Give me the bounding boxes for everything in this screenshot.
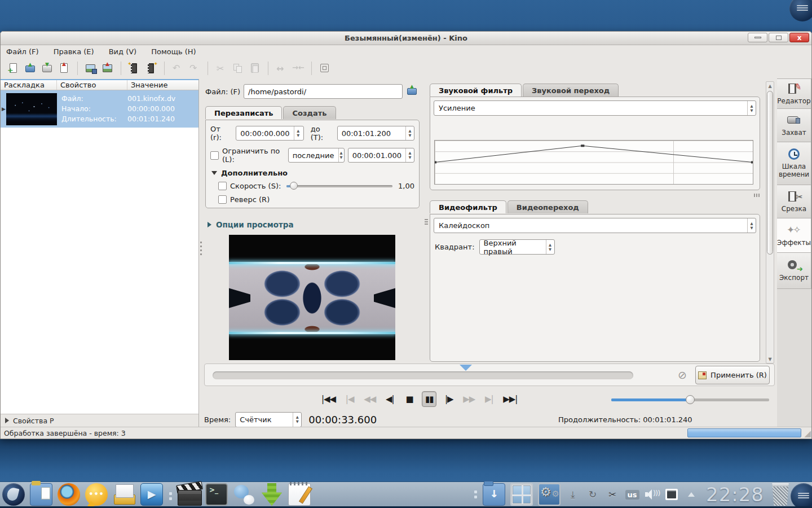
trim-marker-icon[interactable]	[460, 365, 472, 371]
speed-checkbox[interactable]	[218, 182, 227, 190]
column-value[interactable]: Значение	[127, 80, 198, 90]
workspace-switcher-icon[interactable]	[510, 483, 533, 506]
effects-scrollbar[interactable]: ▲ ▼	[766, 81, 774, 364]
spinner-icon[interactable]: ▲▼	[338, 148, 344, 162]
gain-envelope-graph[interactable]	[434, 140, 753, 185]
tab-audio-transition[interactable]: Звуковой переход	[523, 84, 619, 97]
file-manager-icon[interactable]	[30, 483, 52, 506]
spinner-icon[interactable]: ▲▼	[294, 126, 302, 140]
trim-groove[interactable]	[213, 371, 633, 379]
audio-video-splitter[interactable]	[430, 192, 760, 198]
screenshot-tray-icon[interactable]	[664, 487, 679, 502]
reverse-checkbox[interactable]	[218, 195, 227, 204]
to-spinbox[interactable]: 00:01:01.200▲▼	[337, 126, 414, 141]
slider-knob[interactable]	[290, 182, 298, 190]
tab-overwrite[interactable]: Перезаписать	[205, 106, 282, 119]
titlebar[interactable]: Безымянный(изменён) - Kino x	[1, 32, 811, 45]
scroll-down-icon[interactable]: ▼	[766, 355, 774, 363]
settings-icon[interactable]	[538, 483, 561, 506]
advanced-expander[interactable]: Дополнительно	[211, 169, 414, 177]
terminal-icon[interactable]	[205, 483, 228, 506]
panel-splitter[interactable]	[199, 79, 203, 427]
skip-to-end-button[interactable]: ▶▶|	[501, 391, 519, 407]
audio-filter-combo[interactable]: Усиление ▲▼	[434, 100, 756, 116]
spinner-icon[interactable]: ▲▼	[405, 126, 414, 140]
clip-row[interactable]: ▶ Файл: Начало: Длительность: 001.kinofx…	[1, 90, 198, 128]
keyboard-layout-indicator[interactable]: us	[625, 487, 639, 502]
menu-file[interactable]: Файл (F)	[6, 47, 39, 56]
row-expander-icon[interactable]: ▶	[1, 106, 6, 112]
spinner-icon[interactable]: ▲▼	[747, 218, 756, 233]
limit-mode-combo[interactable]: последние▲▼	[288, 148, 345, 163]
pause-button[interactable]: ▮▮	[422, 391, 436, 407]
quadrant-combo[interactable]: Верхний правый ▲▼	[479, 239, 555, 255]
skip-to-start-button[interactable]: |◀◀	[320, 391, 337, 407]
capture-frame-button[interactable]	[316, 60, 333, 76]
chat-icon[interactable]	[85, 483, 108, 506]
scrollbar-thumb[interactable]	[767, 91, 773, 255]
stop-button[interactable]: ■	[402, 391, 417, 407]
apply-button[interactable]: Применить (R)	[695, 366, 770, 384]
tray-download-icon[interactable]: ⤓	[566, 487, 580, 502]
close-button[interactable]: x	[789, 33, 809, 42]
menu-edit[interactable]: Правка (E)	[54, 47, 94, 56]
position-slider[interactable]	[611, 395, 769, 404]
frame-forward-button[interactable]: |▶	[442, 391, 456, 407]
column-layout[interactable]: Раскладка	[1, 80, 57, 90]
menu-view[interactable]: Вид (V)	[109, 47, 137, 56]
limit-value-spinbox[interactable]: 00:00:01.000▲▼	[348, 148, 414, 163]
spinner-icon[interactable]: ▲▼	[747, 101, 756, 115]
tab-audio-filter[interactable]: Звуковой фильтр	[430, 84, 522, 97]
messenger-icon[interactable]	[233, 483, 255, 506]
spinner-icon[interactable]: ▲▼	[546, 240, 554, 254]
column-property[interactable]: Свойство	[57, 80, 127, 90]
media-player-icon[interactable]	[140, 483, 163, 506]
tab-video-filter[interactable]: Видеофильтр	[430, 200, 506, 213]
tab-create[interactable]: Создать	[283, 106, 336, 119]
trash-icon[interactable]	[771, 483, 789, 506]
minimize-button[interactable]	[748, 33, 767, 42]
clock[interactable]: 22:28	[706, 483, 764, 506]
browse-button[interactable]: ▲	[406, 85, 420, 98]
maximize-button[interactable]	[769, 33, 788, 42]
speed-slider[interactable]	[286, 182, 392, 190]
tab-video-transition[interactable]: Видеопереход	[508, 200, 588, 213]
sidebar-item-timeline[interactable]: Шкала времени	[777, 142, 811, 185]
video-editor-icon[interactable]	[178, 483, 200, 506]
sidebar-item-capture[interactable]: Захват	[777, 108, 811, 142]
new-file-button[interactable]: +	[5, 60, 22, 76]
spinner-icon[interactable]: ▲▼	[405, 148, 414, 162]
export-file-button[interactable]: ▲	[56, 60, 73, 76]
notes-icon[interactable]	[288, 483, 311, 506]
tray-clipboard-icon[interactable]: ✂	[605, 487, 620, 502]
tray-sync-icon[interactable]: ↻	[585, 487, 600, 502]
time-mode-combo[interactable]: Счётчик ▲▼	[235, 412, 302, 427]
export-frame-button[interactable]: ▲	[99, 60, 116, 76]
file-path-input[interactable]: /home/pastordi/	[244, 84, 403, 99]
save-button[interactable]: ▼	[39, 60, 56, 76]
sidebar-item-export[interactable]: ➔ Экспорт	[777, 252, 811, 289]
resize-grip-icon[interactable]: ◢	[804, 430, 811, 438]
insert-before-button[interactable]: ✦	[126, 60, 143, 76]
firefox-icon[interactable]	[58, 483, 80, 506]
limit-checkbox[interactable]	[210, 151, 219, 160]
save-frame-button[interactable]	[82, 60, 99, 76]
spinner-icon[interactable]: ▲▼	[293, 413, 301, 427]
volume-icon[interactable]: )))	[645, 488, 659, 501]
slider-knob[interactable]	[686, 395, 695, 404]
from-spinbox[interactable]: 00:00:00.000▲▼	[236, 126, 303, 141]
mail-icon[interactable]	[113, 483, 135, 506]
preview-options-expander[interactable]: Опции просмотра	[208, 220, 294, 229]
frame-back-button[interactable]: ◀|	[382, 391, 397, 407]
menu-help[interactable]: Помощь (H)	[151, 47, 196, 56]
package-manager-icon[interactable]	[262, 483, 282, 506]
sidebar-item-trim[interactable]: ✂ Срезка	[777, 185, 811, 218]
downloads-folder-icon[interactable]	[483, 483, 505, 506]
app-menu-icon[interactable]	[2, 483, 25, 506]
desktop-corner-button[interactable]	[791, 483, 812, 508]
sidebar-item-editor[interactable]: ✎ Редактор	[777, 78, 811, 109]
insert-after-button[interactable]: ✦	[143, 60, 160, 76]
panel-splitter[interactable]	[424, 79, 429, 365]
scroll-up-icon[interactable]: ▲	[766, 82, 774, 90]
sidebar-item-effects[interactable]: ✦✧ Эффекты	[777, 218, 811, 253]
